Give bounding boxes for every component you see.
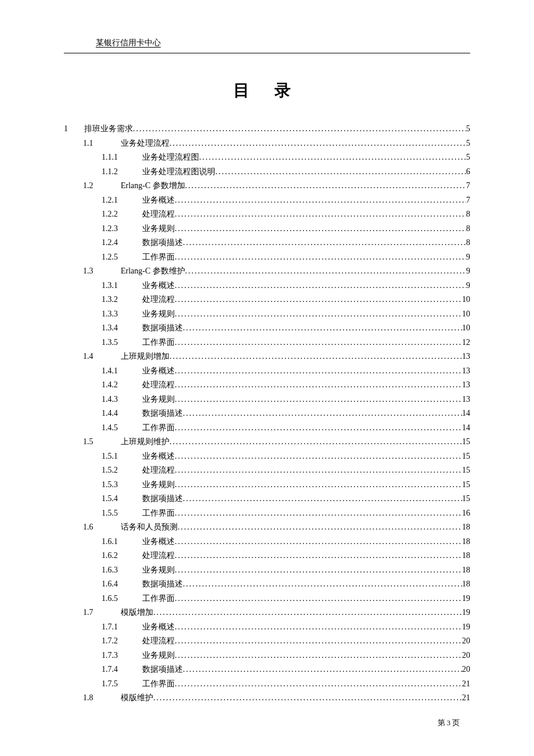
toc-entry[interactable]: 1.3.5工作界面12	[64, 336, 470, 350]
toc-entry-number: 1.2.4	[102, 236, 128, 250]
toc-leader-dots	[175, 620, 462, 635]
toc-entry-number: 1.6.5	[102, 592, 128, 606]
toc-entry-page: 15	[462, 492, 470, 506]
toc-entry-page: 13	[462, 350, 470, 364]
toc-entry[interactable]: 1.4.4数据项描述14	[64, 406, 470, 421]
toc-entry[interactable]: 1.4.1业务概述13	[64, 364, 470, 379]
toc-leader-dots	[175, 222, 466, 236]
toc-leader-dots	[175, 207, 466, 222]
toc-entry-page: 18	[462, 520, 470, 535]
toc-entry[interactable]: 1.5.5工作界面16	[64, 506, 470, 521]
toc-entry-number: 1.5.3	[102, 478, 128, 492]
toc-entry[interactable]: 1.7.4数据项描述20	[64, 663, 470, 677]
toc-entry-page: 13	[462, 393, 470, 407]
toc-entry-page: 15	[462, 463, 470, 478]
toc-entry[interactable]: 1.4.2处理流程13	[64, 378, 470, 393]
toc-entry-label: 业务规则	[128, 649, 175, 663]
toc-entry-page: 10	[462, 307, 470, 322]
toc-entry-number: 1.1	[83, 136, 100, 151]
toc-entry[interactable]: 1.6.5工作界面19	[64, 592, 470, 606]
toc-entry[interactable]: 1.4.3业务规则13	[64, 393, 470, 407]
toc-entry[interactable]: 1.7模版增加19	[64, 606, 470, 620]
toc-entry-page: 15	[462, 435, 470, 449]
toc-leader-dots	[183, 577, 462, 592]
toc-entry[interactable]: 1.6.1业务概述18	[64, 535, 470, 549]
toc-entry-page: 5	[466, 136, 470, 151]
toc-entry-page: 8	[466, 207, 470, 222]
toc-entry-label: 上班规则维护	[100, 435, 169, 449]
toc-entry-number: 1.3.4	[102, 321, 128, 336]
toc-entry-label: 工作界面	[128, 506, 175, 521]
toc-entry[interactable]: 1.4上班规则增加13	[64, 350, 470, 364]
toc-entry[interactable]: 1排班业务需求5	[64, 122, 470, 136]
toc-entry-number: 1.6.4	[102, 577, 128, 592]
toc-entry[interactable]: 1.7.2处理流程20	[64, 634, 470, 649]
toc-entry-number: 1.5.4	[102, 492, 128, 506]
toc-leader-dots	[175, 563, 462, 578]
toc-leader-dots	[199, 150, 466, 165]
toc-entry[interactable]: 1.2.4数据项描述8	[64, 236, 470, 250]
toc-entry[interactable]: 1.3.4数据项描述10	[64, 321, 470, 336]
toc-entry-label: 业务规则	[128, 222, 175, 236]
toc-entry-label: 业务规则	[128, 393, 175, 407]
toc-entry[interactable]: 1.3.2处理流程10	[64, 293, 470, 307]
toc-entry-number: 1.6	[83, 520, 100, 535]
toc-entry[interactable]: 1.6.4数据项描述18	[64, 577, 470, 592]
toc-entry-number: 1.6.2	[102, 549, 128, 563]
toc-leader-dots	[169, 350, 462, 364]
toc-entry-label: 业务概述	[128, 535, 175, 549]
toc-entry-number: 1.2.5	[102, 250, 128, 265]
toc-entry-label: Erlang-C 参数增加	[100, 179, 185, 193]
toc-entry-label: 排班业务需求	[81, 122, 133, 136]
toc-entry[interactable]: 1.2.2处理流程8	[64, 207, 470, 222]
toc-entry-page: 21	[462, 691, 470, 705]
toc-entry-label: 工作界面	[128, 421, 175, 435]
toc-entry-page: 14	[462, 406, 470, 421]
toc-entry[interactable]: 1.5.3业务规则15	[64, 478, 470, 492]
toc-entry-label: 话务和人员预测	[100, 520, 178, 535]
toc-entry-page: 15	[462, 478, 470, 492]
toc-entry-number: 1.2.3	[102, 222, 128, 236]
toc-entry-label: 业务概述	[128, 193, 175, 208]
toc-entry[interactable]: 1.3.1业务概述9	[64, 279, 470, 293]
toc-entry[interactable]: 1.8模版维护21	[64, 691, 470, 705]
toc-entry-number: 1.3.2	[102, 293, 128, 307]
toc-entry-page: 5	[466, 150, 470, 165]
toc-entry[interactable]: 1.7.1业务概述19	[64, 620, 470, 635]
toc-entry-page: 10	[462, 321, 470, 336]
toc-entry-label: 数据项描述	[128, 236, 183, 250]
table-of-contents: 1排班业务需求51.1业务处理流程51.1.1业务处理流程图51.1.2业务处理…	[64, 122, 470, 705]
toc-entry-label: 业务概述	[128, 449, 175, 464]
toc-entry[interactable]: 1.5.1业务概述15	[64, 449, 470, 464]
toc-entry-label: 业务概述	[128, 364, 175, 379]
toc-entry[interactable]: 1.5.4数据项描述15	[64, 492, 470, 506]
toc-entry[interactable]: 1.6话务和人员预测18	[64, 520, 470, 535]
toc-entry-number: 1.4.5	[102, 421, 128, 435]
toc-entry-number: 1.2.1	[102, 193, 128, 208]
toc-entry[interactable]: 1.4.5工作界面14	[64, 421, 470, 435]
toc-entry[interactable]: 1.1.2业务处理流程图说明6	[64, 165, 470, 179]
toc-entry[interactable]: 1.7.5工作界面21	[64, 677, 470, 692]
toc-entry-label: 业务概述	[128, 279, 175, 293]
toc-leader-dots	[175, 649, 462, 663]
toc-entry-page: 19	[462, 592, 470, 606]
toc-entry[interactable]: 1.2.5工作界面9	[64, 250, 470, 265]
toc-entry-number: 1.4.2	[102, 378, 128, 393]
toc-entry[interactable]: 1.2.1业务概述7	[64, 193, 470, 208]
toc-entry[interactable]: 1.1业务处理流程5	[64, 136, 470, 151]
toc-entry[interactable]: 1.2Erlang-C 参数增加7	[64, 179, 470, 193]
toc-entry-page: 14	[462, 421, 470, 435]
toc-entry[interactable]: 1.5.2处理流程15	[64, 463, 470, 478]
toc-entry[interactable]: 1.1.1业务处理流程图5	[64, 150, 470, 165]
toc-entry[interactable]: 1.2.3业务规则8	[64, 222, 470, 236]
toc-entry[interactable]: 1.3Erlang-C 参数维护9	[64, 264, 470, 279]
toc-entry[interactable]: 1.6.3业务规则18	[64, 563, 470, 578]
toc-entry-label: 业务处理流程	[100, 136, 169, 151]
toc-entry-page: 7	[466, 193, 470, 208]
toc-leader-dots	[175, 364, 462, 379]
toc-entry[interactable]: 1.7.3业务规则20	[64, 649, 470, 663]
toc-entry[interactable]: 1.6.2处理流程18	[64, 549, 470, 563]
toc-entry[interactable]: 1.5上班规则维护15	[64, 435, 470, 449]
toc-entry[interactable]: 1.3.3业务规则10	[64, 307, 470, 322]
toc-leader-dots	[153, 691, 462, 705]
